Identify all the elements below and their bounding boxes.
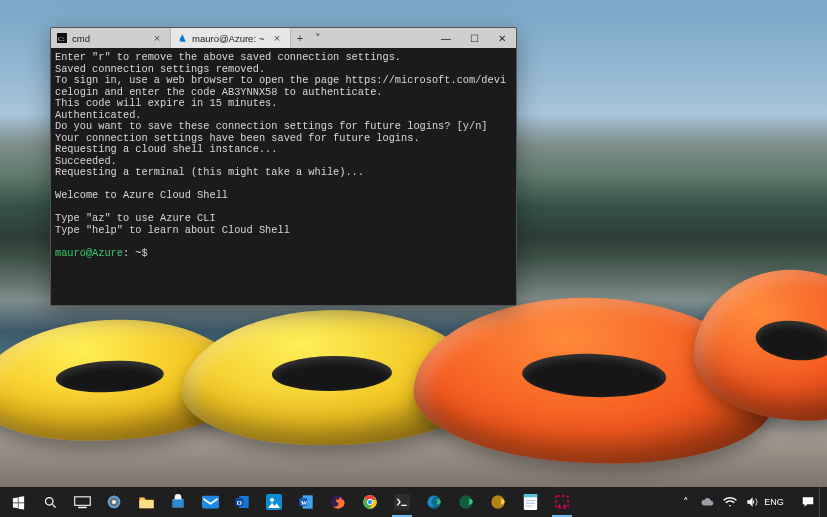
firefox-icon [330, 494, 346, 510]
notepad-icon [523, 494, 538, 510]
language-indicator[interactable]: ENG [763, 487, 785, 517]
windows-logo [11, 495, 26, 510]
window-titlebar[interactable]: C:cmd×mauro@Azure: ~× + ˅ — ☐ ✕ [51, 28, 516, 48]
edge-app[interactable] [418, 487, 450, 517]
microsoft-store-app[interactable] [162, 487, 194, 517]
task-view-button[interactable] [66, 487, 98, 517]
tab-title: mauro@Azure: ~ [192, 33, 265, 44]
svg-text:W: W [301, 499, 308, 506]
edgecan-icon [490, 494, 506, 510]
maximize-button[interactable]: ☐ [460, 28, 488, 48]
chrome-app[interactable] [354, 487, 386, 517]
folder-icon [138, 495, 155, 510]
windows-terminal-app[interactable] [386, 487, 418, 517]
svg-point-2 [45, 497, 53, 505]
chrome-icon [362, 494, 378, 510]
snip-icon [554, 494, 570, 510]
window-buttons: — ☐ ✕ [432, 28, 516, 48]
edge-dev-app[interactable] [450, 487, 482, 517]
notepad-app[interactable] [514, 487, 546, 517]
onedrive-tray-icon[interactable] [697, 487, 719, 517]
mail-app[interactable] [194, 487, 226, 517]
cmd-icon: C: [57, 33, 67, 43]
gear-icon [106, 494, 122, 510]
outlook-icon: O [234, 494, 250, 510]
terminal-pane[interactable]: Enter "r" to remove the above saved conn… [51, 48, 516, 305]
settings-app[interactable] [98, 487, 130, 517]
word-icon: W [298, 494, 314, 510]
taskview-icon [74, 496, 91, 509]
svg-point-28 [558, 505, 561, 508]
mail-icon [202, 495, 219, 509]
photos-icon [266, 494, 282, 510]
taskbar: OW ˄ ENG [0, 487, 827, 517]
word-app[interactable]: W [290, 487, 322, 517]
taskbar-pinned-area: OW [2, 487, 578, 517]
svg-text:C:: C: [58, 35, 65, 43]
windows-terminal-window: C:cmd×mauro@Azure: ~× + ˅ — ☐ ✕ Enter "r… [50, 27, 517, 306]
svg-rect-7 [202, 496, 219, 509]
search-button[interactable] [34, 487, 66, 517]
svg-rect-27 [556, 496, 568, 508]
store-icon [170, 494, 186, 510]
terminal-icon [394, 494, 410, 510]
titlebar-drag-region[interactable] [327, 28, 432, 48]
tab-controls: + ˅ [291, 28, 327, 48]
svg-rect-4 [78, 506, 87, 507]
tab-title: cmd [72, 33, 145, 44]
svg-point-29 [563, 505, 566, 508]
svg-text:O: O [237, 499, 242, 506]
volume-tray-icon[interactable] [741, 487, 763, 517]
tray-overflow-button[interactable]: ˄ [675, 487, 697, 517]
close-tab-button[interactable]: × [270, 32, 284, 44]
azure-icon [177, 33, 187, 43]
show-desktop-button[interactable] [819, 487, 825, 517]
prompt-symbol: $ [142, 247, 154, 259]
terminal-tab[interactable]: C:cmd× [51, 28, 171, 48]
prompt-separator: : [123, 247, 135, 259]
firefox-app[interactable] [322, 487, 354, 517]
outlook-app[interactable]: O [226, 487, 258, 517]
svg-point-12 [270, 498, 274, 502]
new-tab-button[interactable]: + [291, 32, 309, 44]
system-tray: ˄ ENG [675, 487, 825, 517]
svg-rect-3 [74, 496, 90, 505]
close-window-button[interactable]: ✕ [488, 28, 516, 48]
search-icon [43, 495, 58, 510]
minimize-button[interactable]: — [432, 28, 460, 48]
close-tab-button[interactable]: × [150, 32, 164, 44]
terminal-tab[interactable]: mauro@Azure: ~× [171, 28, 291, 48]
network-tray-icon[interactable] [719, 487, 741, 517]
edge-icon [426, 494, 442, 510]
svg-rect-26 [523, 494, 536, 497]
prompt-user: mauro@Azure [55, 247, 123, 259]
edgedev-icon [458, 494, 474, 510]
svg-rect-21 [394, 494, 410, 510]
tab-strip: C:cmd×mauro@Azure: ~× [51, 28, 291, 48]
start-button[interactable] [2, 487, 34, 517]
snip-app[interactable] [546, 487, 578, 517]
edge-canary-app[interactable] [482, 487, 514, 517]
tab-dropdown-button[interactable]: ˅ [309, 32, 327, 45]
action-center-button[interactable] [797, 487, 819, 517]
file-explorer-app[interactable] [130, 487, 162, 517]
photos-app[interactable] [258, 487, 290, 517]
